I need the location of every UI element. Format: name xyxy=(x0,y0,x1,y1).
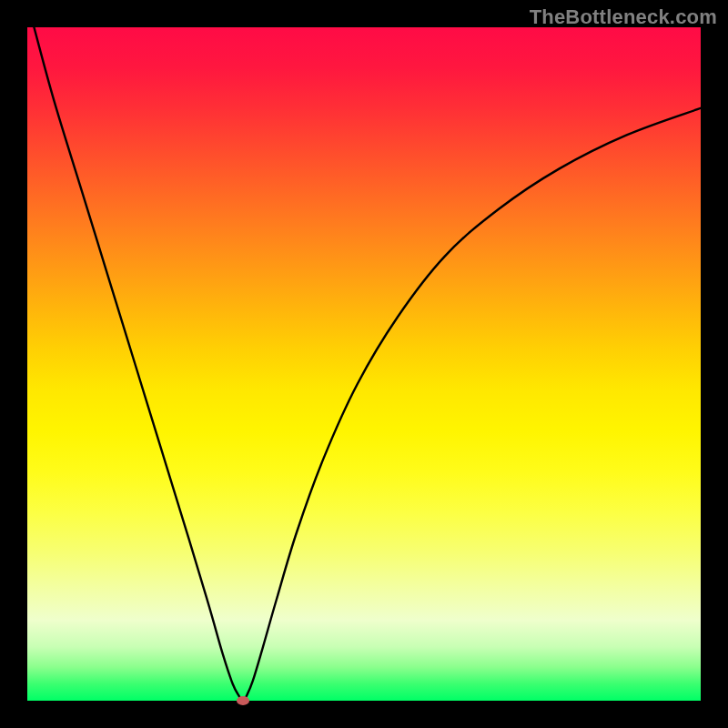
chart-frame: TheBottleneck.com xyxy=(0,0,728,728)
curve-svg xyxy=(27,27,701,701)
optimal-point-marker xyxy=(237,696,249,705)
bottleneck-curve xyxy=(34,27,701,701)
plot-area xyxy=(27,27,701,701)
watermark-text: TheBottleneck.com xyxy=(530,5,717,29)
